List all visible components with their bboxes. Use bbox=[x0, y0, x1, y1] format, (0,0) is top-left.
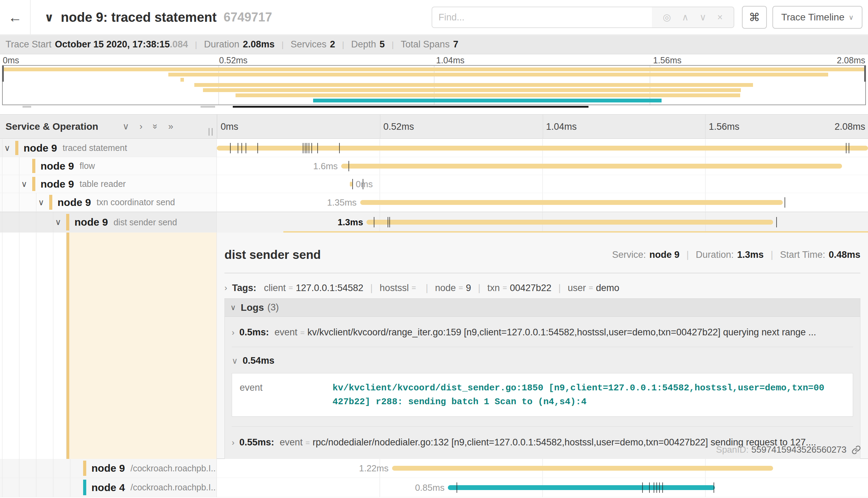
span-row[interactable]: ∨node 9table reader0ms bbox=[0, 175, 868, 193]
span-detail-card: dist sender send Service:node 9|Duration… bbox=[217, 233, 868, 459]
trace-collapse-icon[interactable]: ∨ bbox=[44, 10, 54, 24]
operation-name: /cockroach.roachpb.I... bbox=[131, 482, 217, 492]
span-bar[interactable] bbox=[217, 146, 868, 151]
span-name-cell[interactable]: ∨node 9dist sender send bbox=[0, 212, 217, 233]
service-operation-title: Service & Operation bbox=[6, 121, 98, 132]
span-name-cell[interactable]: node 9flow bbox=[0, 157, 217, 175]
span-row[interactable]: node 9flow1.6ms bbox=[0, 157, 868, 175]
detail-meta: Service:node 9|Duration:1.3ms|Start Time… bbox=[612, 250, 860, 260]
log-tick bbox=[846, 143, 847, 153]
log-tick bbox=[389, 217, 390, 227]
operation-name: dist sender send bbox=[114, 217, 177, 227]
span-color-swatch bbox=[49, 195, 52, 210]
log-field-value: kv/kvclient/kvcoord/dist_sender.go:1850 … bbox=[312, 373, 853, 416]
summary-value: 2.08ms bbox=[243, 39, 275, 50]
chevron-down-icon[interactable]: ∨ bbox=[55, 217, 61, 227]
minimap-span-bar bbox=[3, 67, 865, 71]
minimap-span-bar bbox=[313, 99, 662, 102]
chevron-down-icon[interactable]: ∨ bbox=[4, 143, 10, 153]
expand-one-icon[interactable]: › bbox=[140, 121, 143, 132]
column-resizer-grip[interactable] bbox=[209, 128, 213, 136]
minimap-scrubber-handle[interactable] bbox=[2, 66, 4, 82]
span-name-cell[interactable]: ∨node 9table reader bbox=[0, 175, 217, 193]
span-timeline-cell[interactable]: 0ms bbox=[217, 175, 868, 193]
span-timeline-cell[interactable]: 0.85ms bbox=[217, 478, 868, 497]
axis-tick-label: 0ms bbox=[221, 121, 238, 132]
log-entry-row[interactable]: ∨0.54ms bbox=[232, 355, 853, 366]
log-entry-row[interactable]: ›0.5ms:event=kv/kvclient/kvcoord/range_i… bbox=[232, 317, 853, 347]
link-icon[interactable] bbox=[851, 445, 861, 455]
span-bar[interactable] bbox=[366, 220, 773, 225]
separator: | bbox=[282, 40, 284, 49]
log-tick bbox=[659, 482, 660, 493]
span-bar[interactable] bbox=[360, 200, 783, 205]
minimap-canvas[interactable] bbox=[2, 65, 866, 105]
span-bar[interactable] bbox=[350, 182, 353, 187]
span-name-cell[interactable]: ∨node 9txn coordinator send bbox=[0, 193, 217, 212]
tags-toggle-row[interactable]: › Tags: client=127.0.0.1:54582|hostssl=|… bbox=[224, 280, 860, 296]
service-name: node 9 bbox=[41, 178, 74, 190]
chevron-down-icon[interactable]: ∨ bbox=[38, 198, 44, 207]
service-name: node 9 bbox=[74, 216, 108, 228]
span-detail-row: dist sender send Service:node 9|Duration… bbox=[0, 233, 868, 459]
log-tick bbox=[714, 482, 714, 493]
detail-tinted-column bbox=[69, 233, 217, 459]
summary-label: Trace Start bbox=[6, 39, 52, 50]
log-tick bbox=[352, 179, 353, 189]
span-color-swatch bbox=[32, 177, 35, 191]
detail-meta-value: 0.48ms bbox=[829, 250, 860, 260]
span-timeline-cell[interactable]: 1.22ms bbox=[217, 459, 868, 478]
chevron-down-icon[interactable]: ∨ bbox=[21, 179, 27, 189]
span-color-swatch bbox=[32, 159, 35, 173]
span-bar[interactable] bbox=[341, 164, 842, 169]
span-timeline-cell[interactable] bbox=[217, 139, 868, 157]
collapse-one-icon[interactable]: ∨ bbox=[123, 121, 129, 132]
collapse-all-icon[interactable]: » bbox=[150, 124, 161, 129]
clear-search-icon[interactable]: × bbox=[717, 12, 723, 23]
span-bar[interactable] bbox=[392, 466, 773, 471]
log-field-key: event bbox=[232, 373, 312, 416]
chevron-right-icon: › bbox=[232, 328, 234, 337]
span-color-swatch bbox=[83, 461, 86, 476]
view-selector-button[interactable]: Trace Timeline ∨ bbox=[772, 6, 862, 29]
minimap-drag-handle[interactable] bbox=[201, 106, 215, 108]
span-timeline-cell[interactable]: 1.35ms bbox=[217, 193, 868, 212]
span-row[interactable]: node 4/cockroach.roachpb.I...0.85ms bbox=[0, 478, 868, 497]
span-row[interactable]: node 9/cockroach.roachpb.I...1.22ms bbox=[0, 459, 868, 478]
minimap-span-bar bbox=[203, 88, 741, 92]
logs-toggle-header[interactable]: ∨ Logs (3) bbox=[225, 299, 860, 317]
keyboard-shortcuts-button[interactable]: ⌘ bbox=[742, 6, 767, 29]
span-name-cell[interactable]: ∨node 9traced statement bbox=[0, 139, 217, 157]
log-tick bbox=[339, 143, 340, 153]
axis-divider bbox=[380, 115, 380, 138]
span-row[interactable]: ∨node 9traced statement bbox=[0, 139, 868, 157]
find-input[interactable] bbox=[432, 7, 652, 28]
span-row[interactable]: ∨node 9dist sender send1.3ms bbox=[0, 212, 868, 233]
minimap-axis-label: 2.08ms bbox=[837, 55, 865, 65]
span-timeline-cell[interactable]: 1.6ms bbox=[217, 157, 868, 175]
locate-icon[interactable]: ◎ bbox=[663, 12, 671, 23]
separator: | bbox=[342, 40, 344, 49]
back-button[interactable]: ← bbox=[0, 0, 30, 35]
minimap-scrubber-handle[interactable] bbox=[864, 66, 866, 82]
span-name-cell[interactable]: node 9/cockroach.roachpb.I... bbox=[0, 459, 217, 478]
chevron-right-icon: › bbox=[224, 283, 227, 293]
view-selector-label: Trace Timeline bbox=[781, 12, 844, 23]
minimap-drag-handle[interactable] bbox=[23, 106, 31, 108]
minimap-axis-label: 0ms bbox=[3, 55, 19, 65]
next-result-icon[interactable]: ∨ bbox=[700, 12, 707, 23]
prev-result-icon[interactable]: ∧ bbox=[682, 12, 689, 23]
span-id-label: SpanID: bbox=[716, 444, 749, 455]
summary-value: 7 bbox=[453, 39, 458, 50]
span-bar[interactable] bbox=[448, 485, 715, 490]
log-tick bbox=[303, 143, 303, 153]
span-name-cell[interactable]: node 4/cockroach.roachpb.I... bbox=[0, 478, 217, 497]
span-row[interactable]: ∨node 9txn coordinator send1.35ms bbox=[0, 193, 868, 212]
expand-all-icon[interactable]: » bbox=[168, 121, 173, 132]
separator: | bbox=[426, 283, 428, 293]
span-timeline-cell[interactable]: 1.3ms bbox=[217, 212, 868, 233]
minimap-selection-bar[interactable] bbox=[233, 106, 588, 108]
detail-accent-border bbox=[283, 231, 868, 233]
log-tick bbox=[230, 143, 231, 153]
minimap-scrubber-strip[interactable] bbox=[0, 106, 868, 108]
